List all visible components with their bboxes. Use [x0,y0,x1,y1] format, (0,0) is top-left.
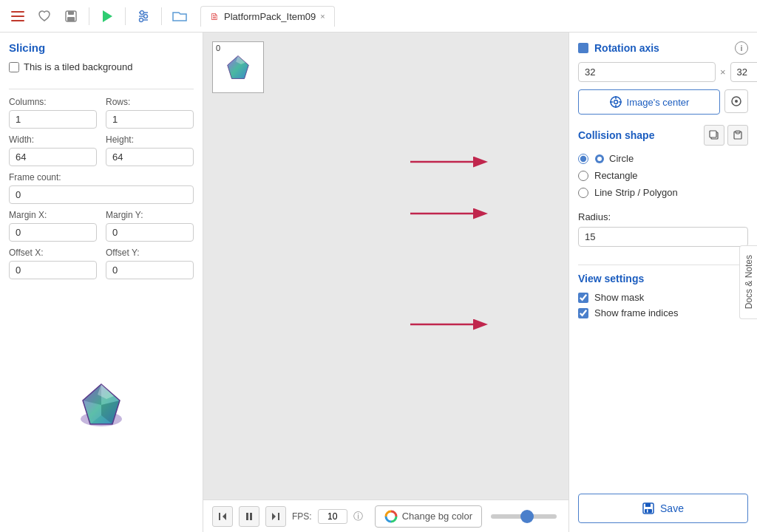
main-area: Slicing This is a tiled background Colum… [0,33,757,532]
collision-shape-btns [704,125,748,146]
radius-section: Radius: [578,211,748,247]
axis-inputs-row: × [578,62,748,82]
radio-polygon[interactable] [578,188,588,198]
heart-icon[interactable] [33,4,56,28]
offset-y-input[interactable] [106,261,194,279]
radio-circle[interactable] [578,154,588,164]
columns-input[interactable] [9,110,97,129]
toolbar-separator-2 [125,7,126,25]
columns-rows-row: Columns: Rows: [9,97,194,129]
radio-circle-label: Circle [594,153,634,164]
show-mask-checkbox[interactable] [578,293,588,303]
divider-1 [9,89,194,89]
docs-notes-tab[interactable]: Docs & Notes [739,245,757,319]
canvas-content: 0 [203,33,568,499]
rotation-axis-section: Rotation axis i [578,41,748,55]
axis-separator: × [720,66,726,78]
tab-close-icon[interactable]: × [320,12,325,21]
show-frame-indices-label: Show frame indices [594,307,678,318]
active-tab[interactable]: 🗎 PlatformPack_Item09 × [200,6,335,27]
pause-btn[interactable] [239,506,259,527]
svg-rect-4 [68,11,74,15]
axis-center-row: Image's center [578,89,748,115]
svg-marker-25 [223,513,226,520]
svg-point-39 [735,100,738,103]
change-bg-color-btn[interactable]: Change bg color [375,505,482,528]
forward-btn[interactable] [265,506,286,527]
svg-rect-1 [11,16,24,17]
tiled-checkbox[interactable] [9,62,19,72]
margin-y-input[interactable] [106,223,194,242]
radio-rectangle-row: Rectangle [578,170,748,181]
width-input[interactable] [9,148,97,166]
tiled-label: This is a tiled background [24,61,132,72]
margin-y-group: Margin Y: [106,210,194,242]
radius-input[interactable] [578,227,748,247]
frame-count-input[interactable] [9,185,194,204]
offset-row: Offset X: Offset Y: [9,248,194,279]
radio-rectangle-label: Rectangle [594,170,638,181]
save-button[interactable]: Save [578,494,748,523]
margin-x-group: Margin X: [9,210,97,242]
show-mask-label: Show mask [594,292,644,303]
menu-icon[interactable] [6,4,30,28]
canvas-bottom-bar: FPS: ⓘ Change bg color [203,499,568,532]
svg-point-11 [144,14,148,18]
play-icon[interactable] [95,4,119,28]
copy-icon [709,130,719,140]
margin-x-input[interactable] [9,223,97,242]
show-mask-row: Show mask [578,292,748,303]
sliders-icon[interactable] [132,4,155,28]
save-icon[interactable] [59,4,83,28]
margin-y-label: Margin Y: [106,210,194,220]
rotation-axis-color-dot [578,43,588,53]
radio-polygon-label: Line Strip / Polygon [594,187,678,198]
pin-icon [730,95,742,107]
save-btn-label: Save [660,502,684,514]
folder-icon[interactable] [168,4,191,28]
svg-rect-50 [647,510,648,513]
svg-marker-6 [103,10,112,22]
collision-copy-btn[interactable] [704,125,724,146]
svg-rect-44 [736,132,739,134]
height-label: Height: [106,134,194,145]
width-height-row: Width: Height: [9,134,194,166]
tiled-row: This is a tiled background [9,61,194,72]
offset-x-input[interactable] [9,261,97,279]
canvas-area: 0 [203,33,568,532]
tab-label: PlatformPack_Item09 [224,11,316,22]
crosshair-icon [609,95,622,109]
radio-rectangle[interactable] [578,171,588,181]
divider-right [578,265,748,265]
fps-input[interactable] [318,509,347,524]
show-frame-indices-checkbox[interactable] [578,308,588,318]
height-input[interactable] [106,148,194,166]
sprite-frame: 0 [212,41,264,93]
rows-group: Rows: [106,97,194,129]
zoom-slider-track[interactable] [491,514,557,519]
axis-y-input[interactable] [730,62,757,82]
frame-gem-svg [223,52,253,82]
rewind-btn[interactable] [212,506,233,527]
rotation-axis-info-btn[interactable]: i [735,41,748,55]
change-bg-label: Change bg color [402,511,472,522]
rows-input[interactable] [106,110,194,129]
svg-rect-5 [67,17,75,21]
left-panel: Slicing This is a tiled background Colum… [0,33,203,532]
fps-label: FPS: [292,511,312,522]
color-wheel-icon [384,510,398,523]
zoom-slider-thumb[interactable] [520,510,534,523]
axis-pin-btn[interactable] [724,89,748,113]
height-group: Height: [106,134,194,166]
svg-point-46 [597,157,602,161]
image-center-btn[interactable]: Image's center [578,89,720,115]
radius-label: Radius: [578,211,748,222]
svg-rect-27 [246,513,248,520]
axis-x-input[interactable] [578,62,716,82]
collision-paste-btn[interactable] [727,125,748,146]
collision-shape-title: Collision shape [578,129,654,141]
svg-point-10 [140,10,144,14]
svg-marker-29 [272,513,276,520]
rows-label: Rows: [106,97,194,107]
canvas-info-icon[interactable]: ⓘ [353,510,363,523]
